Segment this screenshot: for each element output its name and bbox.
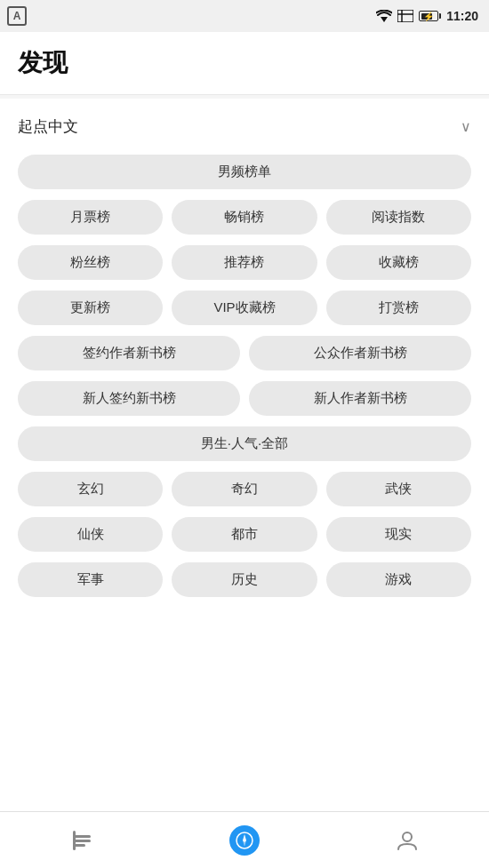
qihuan-button[interactable]: 奇幻	[172, 472, 317, 506]
newbie-signed-button[interactable]: 新人签约新书榜	[18, 381, 240, 416]
status-bar: A ⚡ 11:20	[0, 0, 489, 32]
bestseller-button[interactable]: 畅销榜	[172, 200, 317, 235]
dropdown-label: 起点中文	[18, 116, 78, 137]
wifi-icon	[376, 10, 392, 22]
history-button[interactable]: 历史	[172, 562, 317, 597]
library-icon	[69, 828, 94, 853]
row-genre-1: 玄幻 奇幻 武侠	[18, 472, 471, 506]
xuanhuan-button[interactable]: 玄幻	[18, 472, 163, 506]
public-author-new-button[interactable]: 公众作者新书榜	[249, 336, 471, 370]
nav-discover[interactable]	[163, 812, 325, 868]
reality-button[interactable]: 现实	[326, 517, 471, 552]
chevron-down-icon: ∨	[461, 118, 471, 135]
row-charts-5: 新人签约新书榜 新人作者新书榜	[18, 381, 471, 416]
status-right: ⚡ 11:20	[376, 9, 478, 23]
row-charts-4: 签约作者新书榜 公众作者新书榜	[18, 336, 471, 370]
profile-icon	[395, 828, 420, 853]
collect-chart-button[interactable]: 收藏榜	[326, 245, 471, 280]
svg-rect-7	[73, 831, 76, 850]
male-charts-button[interactable]: 男频榜单	[18, 155, 471, 189]
bottom-nav	[0, 811, 489, 868]
reward-chart-button[interactable]: 打赏榜	[326, 291, 471, 325]
svg-point-11	[403, 832, 412, 841]
xianxia-button[interactable]: 仙侠	[18, 517, 163, 552]
svg-rect-1	[397, 10, 413, 22]
row-charts-1: 月票榜 畅销榜 阅读指数	[18, 200, 471, 235]
page-title: 发现	[18, 49, 68, 76]
fans-chart-button[interactable]: 粉丝榜	[18, 245, 163, 280]
game-button[interactable]: 游戏	[326, 562, 471, 597]
wuxia-button[interactable]: 武侠	[326, 472, 471, 506]
monthly-ticket-button[interactable]: 月票榜	[18, 200, 163, 235]
row-genre-3: 军事 历史 游戏	[18, 562, 471, 597]
male-popular-button[interactable]: 男生·人气·全部	[18, 426, 471, 461]
svg-marker-0	[381, 17, 388, 22]
military-button[interactable]: 军事	[18, 562, 163, 597]
nav-library[interactable]	[0, 812, 163, 868]
status-left: A	[7, 6, 27, 26]
update-chart-button[interactable]: 更新榜	[18, 291, 163, 325]
header: 发现	[0, 32, 489, 95]
row-charts-3: 更新榜 VIP收藏榜 打赏榜	[18, 291, 471, 325]
source-dropdown[interactable]: 起点中文 ∨	[18, 116, 471, 137]
compass-icon	[229, 825, 260, 856]
reading-index-button[interactable]: 阅读指数	[326, 200, 471, 235]
section-male-charts: 男频榜单	[18, 155, 471, 189]
dushi-button[interactable]: 都市	[172, 517, 317, 552]
row-charts-2: 粉丝榜 推荐榜 收藏榜	[18, 245, 471, 280]
row-genre-2: 仙侠 都市 现实	[18, 517, 471, 552]
a-icon: A	[7, 6, 27, 26]
section-male-popular: 男生·人气·全部	[18, 426, 471, 461]
signed-author-new-button[interactable]: 签约作者新书榜	[18, 336, 240, 370]
recommend-chart-button[interactable]: 推荐榜	[172, 245, 317, 280]
vip-collect-button[interactable]: VIP收藏榜	[172, 291, 317, 325]
main-content: 起点中文 ∨ 男频榜单 月票榜 畅销榜 阅读指数 粉丝榜 推荐榜 收藏榜 更新榜…	[0, 99, 489, 814]
signal-icon	[397, 10, 413, 22]
battery-icon: ⚡	[419, 11, 441, 21]
status-time: 11:20	[446, 9, 478, 23]
nav-profile[interactable]	[326, 812, 489, 868]
newbie-author-button[interactable]: 新人作者新书榜	[249, 381, 471, 416]
